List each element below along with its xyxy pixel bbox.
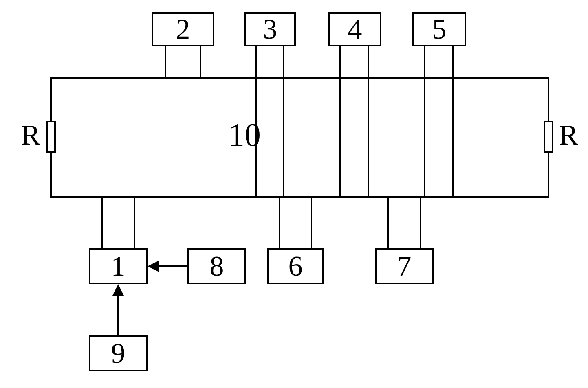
block-6-label: 6 [288, 250, 303, 283]
block-diagram: R R 10 2 3 4 5 1 8 6 7 9 [12, 12, 576, 376]
block-9: 9 [89, 335, 148, 371]
inner-5a [424, 77, 425, 198]
conn-4a [339, 46, 341, 77]
arrow-9-to-1-line [117, 295, 119, 335]
conn-1a [101, 196, 103, 248]
bus-top [50, 77, 549, 79]
block-2: 2 [152, 12, 214, 46]
conn-3b [283, 46, 284, 77]
resistor-left [46, 121, 56, 153]
resistor-left-label: R [21, 119, 40, 151]
inner-3b [283, 77, 284, 198]
block-8-label: 8 [210, 250, 224, 283]
arrow-9-to-1-head [112, 284, 124, 296]
block-5: 5 [412, 12, 466, 46]
block-2-label: 2 [176, 13, 190, 46]
bus-bottom [50, 196, 549, 198]
block-1-label: 1 [111, 250, 126, 283]
block-1: 1 [89, 248, 148, 284]
block-7: 7 [375, 248, 434, 284]
block-7-label: 7 [397, 250, 412, 283]
block-4: 4 [328, 12, 381, 46]
conn-6b [311, 196, 312, 248]
inner-3a [255, 77, 257, 198]
inner-4b [368, 77, 369, 198]
left-branch-bottom [50, 153, 52, 198]
conn-5b [452, 46, 454, 77]
inner-5b [452, 77, 454, 198]
conn-3a [255, 46, 257, 77]
arrow-8-to-1-line [158, 265, 187, 267]
conn-1b [134, 196, 135, 248]
block-5-label: 5 [432, 13, 447, 46]
arrow-8-to-1-head [148, 261, 159, 272]
conn-2b [200, 46, 201, 77]
inner-4a [339, 77, 341, 198]
block-6: 6 [267, 248, 324, 284]
conn-4b [368, 46, 369, 77]
block-3: 3 [244, 12, 296, 46]
conn-7a [387, 196, 389, 248]
conn-5a [424, 46, 425, 77]
right-branch-bottom [548, 153, 549, 198]
conn-7b [420, 196, 421, 248]
resistor-right [544, 121, 553, 153]
block-9-label: 9 [111, 337, 126, 370]
right-branch-top [548, 77, 549, 122]
conn-6a [279, 196, 280, 248]
conn-2a [165, 46, 166, 77]
block-8: 8 [187, 248, 246, 284]
block-3-label: 3 [263, 13, 277, 46]
resistor-right-label: R [559, 119, 578, 151]
left-branch-top [50, 77, 52, 122]
block-4-label: 4 [348, 13, 362, 46]
